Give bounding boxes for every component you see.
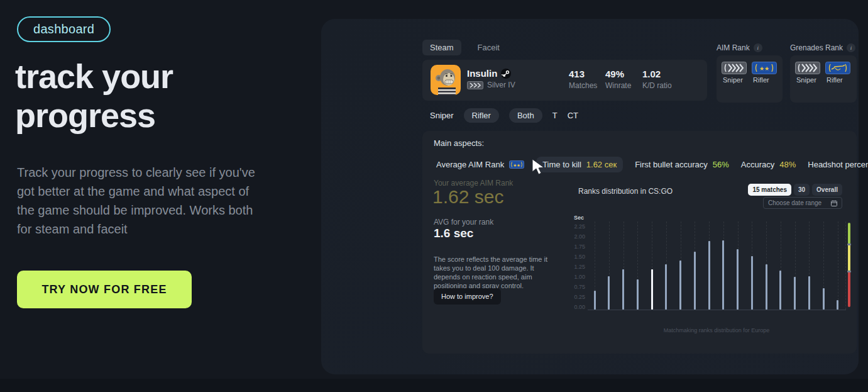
range-button-30[interactable]: 30 [794,184,810,196]
stat-label: Winrate [605,81,631,90]
legend-marker [847,271,851,272]
chart-bar [637,279,639,310]
badge-label: Sniper [722,76,743,84]
y-axis-tick: 2.25 [569,223,585,230]
filter-tab-sniper[interactable]: Sniper [430,111,454,120]
x-axis-line [588,310,846,310]
blue-stars-badge: ★★ [752,62,777,74]
aim-rank-label: AIM Rank [717,43,750,52]
chart-bar [622,269,624,310]
aim-rank-title: AIM Rank i [717,43,762,52]
chart-bar [651,269,653,310]
grenades-rank-label: Grenades Rank [790,43,843,52]
aspect-item[interactable]: Accuracy48% [741,160,796,169]
avatar [431,65,461,95]
dashboard-badge: dashboard [17,16,111,42]
profile-stat: 49%Winrate [605,69,631,90]
chart-bar [779,271,781,310]
platform-tabs: SteamFaceit [422,40,507,55]
stat-label: Matches [569,81,597,90]
chart-bar [608,276,610,310]
role-filter-tabs: SniperRiflerBothTCT [430,107,578,123]
profile-stat: 1.02K/D ratio [642,69,672,90]
aspect-label: Headshot percentage [808,160,868,169]
info-icon[interactable]: i [754,43,762,52]
how-to-improve-button[interactable]: How to improve? [434,288,501,305]
chart-bar [694,252,696,310]
page-title-line2: progress [15,96,155,134]
hero-description: Track your progress to clearly see if yo… [17,163,267,238]
aspect-label: Average AIM Rank [436,160,504,169]
blue-ak-badge [825,62,850,74]
legend-segment [848,244,850,271]
stat-value: 49% [605,69,631,79]
range-button-overall[interactable]: Overall [812,184,842,196]
chart-bar [665,264,667,310]
y-axis-tick: 1.75 [569,244,585,250]
aspect-label: Time to kill [542,160,581,169]
filter-tab-rifler[interactable]: Rifler [464,108,499,123]
y-axis-title: Sec [574,215,584,221]
legend-segment [848,271,850,307]
aspect-item[interactable]: Headshot percentage8% [808,160,868,169]
chart-bar [766,264,767,310]
aspect-item[interactable]: First bullet accuracy56% [635,160,729,169]
ranks-distribution-chart: Sec 2.252.001.751.501.251.000.750.250.00 [569,214,857,321]
player-name: Insulin [467,68,497,79]
y-axis-tick: 0.75 [569,284,585,290]
date-range-input[interactable]: Choose date range [763,197,842,209]
rank-average-label: AVG for your rank [434,218,493,227]
svg-text:★★: ★★ [513,162,520,167]
landing-page: dashboard track yourprogress Track your … [0,0,868,392]
svg-text:★★: ★★ [759,65,769,72]
aspect-item[interactable]: Time to kill1.62 сек [536,157,623,172]
footer-band [0,379,868,392]
y-axis-tick: 0.00 [569,304,585,310]
ape-avatar-image [431,65,461,95]
chart-gridline [845,221,846,310]
silver-chevrons-badge [722,62,747,74]
y-axis-tick: 0.25 [569,294,585,300]
page-title-line1: track your [15,57,173,95]
badge-label: Rifler [752,76,769,84]
y-axis-tick: 1.00 [569,274,585,280]
filter-tab-ct[interactable]: CT [568,111,578,120]
chart-gridline [838,221,838,310]
aspect-label: Accuracy [741,160,774,169]
aim-rank-card: Sniper ★★ Rifler [717,55,783,103]
aspect-value: 1.62 сек [586,160,617,169]
aspects-row: Average AIM Rank★★Time to kill1.62 секFi… [436,155,868,173]
grenades-rank-card: Sniper Rifler [790,55,857,103]
y-axis-tick: 2.00 [569,233,585,240]
range-buttons: 15 matches30Overall [763,184,842,196]
tab-steam[interactable]: Steam [422,40,461,55]
filter-tab-t[interactable]: T [552,111,558,120]
chart-bar [594,291,596,310]
aspect-value: 48% [779,160,796,169]
steam-icon [501,69,511,79]
chart-bar [794,277,796,310]
y-axis-tick: 1.50 [569,254,585,260]
legend-segment [848,223,850,244]
silver-chevrons-badge [795,62,820,74]
aspect-value: 56% [713,160,729,169]
chart-bar [808,276,810,310]
range-button-15-matches[interactable]: 15 matches [748,184,791,196]
tab-faceit[interactable]: Faceit [470,40,507,55]
aspect-item[interactable]: Average AIM Rank★★ [436,160,524,169]
score-description: The score reflects the average time it t… [434,255,558,290]
chart-bar [722,240,724,310]
chart-caption: Matchmaking ranks distribution for Europ… [588,327,845,333]
calendar-icon [831,200,837,206]
filter-tab-both[interactable]: Both [509,108,542,123]
stat-label: K/D ratio [642,81,672,90]
try-now-button[interactable]: TRY NOW FOR FREE [17,271,192,308]
rank-average-value: 1.6 sec [434,227,473,240]
info-icon[interactable]: i [847,43,855,52]
chart-title: Ranks distribution in CS:GO [578,187,673,196]
player-rank: Silver IV [487,81,515,89]
badge-label: Rifler [825,76,843,84]
chart-bar [737,249,739,310]
legend-marker [847,244,851,245]
blue-stars-mini-badge: ★★ [509,160,524,169]
